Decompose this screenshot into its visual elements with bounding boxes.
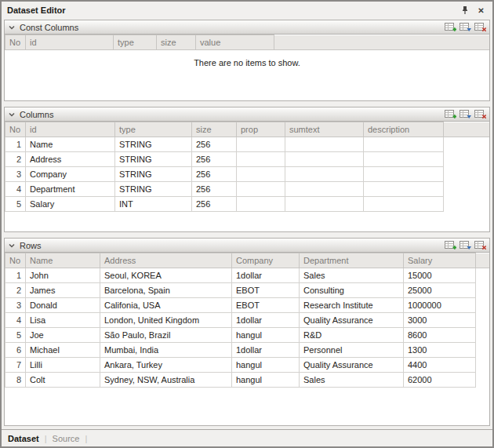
- insert-row-button[interactable]: [459, 109, 471, 119]
- tab-source[interactable]: Source: [53, 434, 80, 443]
- column-header[interactable]: id: [26, 35, 114, 50]
- delete-row-button[interactable]: [474, 109, 486, 119]
- collapse-toggle-icon[interactable]: [8, 111, 16, 118]
- row-number-cell[interactable]: 1: [5, 268, 26, 283]
- data-cell[interactable]: [364, 167, 444, 182]
- data-cell[interactable]: Califonia, USA: [100, 298, 232, 313]
- column-header[interactable]: Name: [26, 253, 100, 268]
- data-cell[interactable]: 4400: [404, 358, 476, 373]
- data-cell[interactable]: STRING: [115, 152, 192, 167]
- data-cell[interactable]: 1300: [404, 343, 476, 358]
- row-number-cell[interactable]: 4: [5, 313, 26, 328]
- row-number-cell[interactable]: 2: [5, 152, 26, 167]
- column-header[interactable]: Company: [232, 253, 300, 268]
- data-cell[interactable]: [285, 152, 364, 167]
- column-header[interactable]: description: [364, 122, 444, 137]
- data-cell[interactable]: Sales: [300, 373, 404, 388]
- data-cell[interactable]: Address: [26, 152, 115, 167]
- data-cell[interactable]: Sales: [300, 268, 404, 283]
- data-cell[interactable]: Barcelona, Spain: [100, 283, 232, 298]
- row-number-cell[interactable]: 4: [5, 182, 26, 197]
- data-cell[interactable]: Lisa: [26, 313, 100, 328]
- column-header[interactable]: prop: [237, 122, 285, 137]
- column-header[interactable]: No: [5, 35, 26, 50]
- delete-row-button[interactable]: [474, 240, 486, 250]
- column-header[interactable]: size: [157, 35, 196, 50]
- column-header[interactable]: sumtext: [285, 122, 364, 137]
- data-cell[interactable]: 256: [192, 197, 237, 212]
- row-number-cell[interactable]: 6: [5, 343, 26, 358]
- data-cell[interactable]: [237, 182, 285, 197]
- data-cell[interactable]: 15000: [404, 268, 476, 283]
- data-cell[interactable]: London, United Kingdom: [100, 313, 232, 328]
- column-header[interactable]: size: [192, 122, 237, 137]
- column-header[interactable]: No: [5, 122, 26, 137]
- data-cell[interactable]: 256: [192, 137, 237, 152]
- data-cell[interactable]: [237, 152, 285, 167]
- data-cell[interactable]: Colt: [26, 373, 100, 388]
- tab-dataset[interactable]: Dataset: [8, 434, 39, 443]
- insert-row-button[interactable]: [459, 22, 471, 32]
- row-number-cell[interactable]: 1: [5, 137, 26, 152]
- column-header[interactable]: id: [26, 122, 115, 137]
- data-cell[interactable]: hangul: [232, 358, 300, 373]
- data-cell[interactable]: [237, 167, 285, 182]
- data-cell[interactable]: 1dollar: [232, 313, 300, 328]
- data-cell[interactable]: [285, 197, 364, 212]
- data-cell[interactable]: Personnel: [300, 343, 404, 358]
- row-number-cell[interactable]: 3: [5, 167, 26, 182]
- column-header[interactable]: Salary: [404, 253, 476, 268]
- data-cell[interactable]: Quality Assurance: [300, 313, 404, 328]
- data-cell[interactable]: Donald: [26, 298, 100, 313]
- row-number-cell[interactable]: 8: [5, 373, 26, 388]
- data-cell[interactable]: Mumbai, India: [100, 343, 232, 358]
- row-number-cell[interactable]: 5: [5, 328, 26, 343]
- add-row-button[interactable]: [445, 22, 456, 32]
- data-cell[interactable]: Quality Assurance: [300, 358, 404, 373]
- data-cell[interactable]: 1dollar: [232, 268, 300, 283]
- data-cell[interactable]: [285, 137, 364, 152]
- add-row-button[interactable]: [445, 109, 456, 119]
- add-row-button[interactable]: [445, 240, 456, 250]
- data-cell[interactable]: STRING: [115, 137, 192, 152]
- data-cell[interactable]: Research Institute: [300, 298, 404, 313]
- data-cell[interactable]: 256: [192, 167, 237, 182]
- data-cell[interactable]: 8600: [404, 328, 476, 343]
- data-cell[interactable]: Department: [26, 182, 115, 197]
- data-cell[interactable]: [237, 197, 285, 212]
- const-columns-header[interactable]: Const Columns: [5, 20, 489, 35]
- pin-button[interactable]: [459, 5, 470, 16]
- rows-header[interactable]: Rows: [5, 239, 489, 253]
- column-header[interactable]: type: [114, 35, 157, 50]
- data-cell[interactable]: 25000: [404, 283, 476, 298]
- data-cell[interactable]: Salary: [26, 197, 115, 212]
- collapse-toggle-icon[interactable]: [8, 242, 16, 249]
- data-cell[interactable]: 1dollar: [232, 343, 300, 358]
- data-cell[interactable]: [364, 137, 444, 152]
- data-cell[interactable]: hangul: [232, 373, 300, 388]
- row-number-cell[interactable]: 3: [5, 298, 26, 313]
- data-cell[interactable]: hangul: [232, 328, 300, 343]
- column-header[interactable]: type: [115, 122, 192, 137]
- data-cell[interactable]: 62000: [404, 373, 476, 388]
- data-cell[interactable]: Ankara, Turkey: [100, 358, 232, 373]
- data-cell[interactable]: [237, 137, 285, 152]
- data-cell[interactable]: INT: [115, 197, 192, 212]
- data-cell[interactable]: R&D: [300, 328, 404, 343]
- data-cell[interactable]: Company: [26, 167, 115, 182]
- data-cell[interactable]: John: [26, 268, 100, 283]
- data-cell[interactable]: Lilli: [26, 358, 100, 373]
- insert-row-button[interactable]: [459, 240, 471, 250]
- data-cell[interactable]: [364, 182, 444, 197]
- data-cell[interactable]: EBOT: [232, 298, 300, 313]
- data-cell[interactable]: 1000000: [404, 298, 476, 313]
- column-header[interactable]: Department: [300, 253, 404, 268]
- close-button[interactable]: ✕: [475, 5, 487, 16]
- data-cell[interactable]: 256: [192, 182, 237, 197]
- column-header[interactable]: No: [5, 253, 26, 268]
- data-cell[interactable]: Consulting: [300, 283, 404, 298]
- data-cell[interactable]: EBOT: [232, 283, 300, 298]
- row-number-cell[interactable]: 5: [5, 197, 26, 212]
- row-number-cell[interactable]: 7: [5, 358, 26, 373]
- collapse-toggle-icon[interactable]: [8, 24, 16, 31]
